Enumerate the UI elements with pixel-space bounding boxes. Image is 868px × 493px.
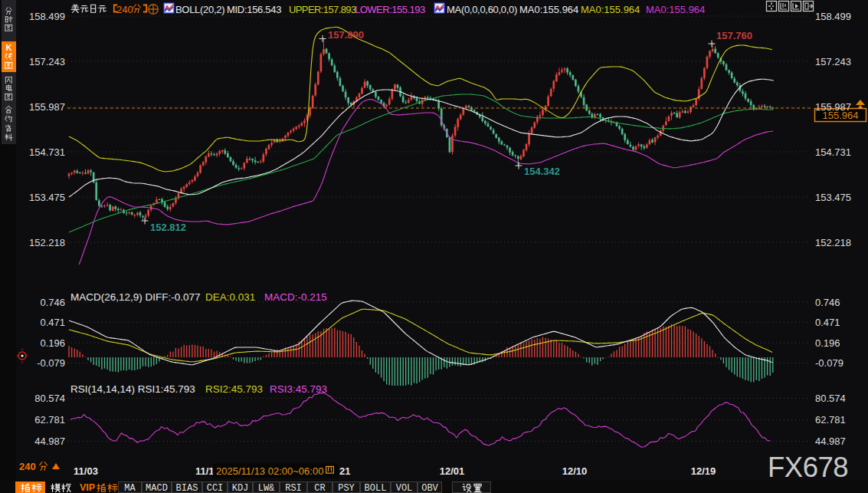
svg-text:21: 21 [339, 465, 350, 477]
svg-text:MACD:-0.215: MACD:-0.215 [264, 291, 327, 303]
svg-text:0.196: 0.196 [815, 337, 840, 349]
svg-text:158.499: 158.499 [815, 11, 851, 22]
svg-text:UPPER:157.893: UPPER:157.893 [289, 4, 356, 15]
svg-text:-0.079: -0.079 [37, 357, 65, 369]
svg-text:MA0:155.964: MA0:155.964 [519, 4, 578, 15]
svg-text:152.218: 152.218 [29, 237, 65, 248]
svg-text:MA(0,0,0,60,0,0): MA(0,0,0,60,0,0) [447, 4, 517, 15]
svg-text:153.475: 153.475 [815, 192, 851, 203]
svg-text:MA0:155.964: MA0:155.964 [581, 4, 640, 15]
svg-text:CR: CR [314, 483, 325, 493]
svg-text:154.731: 154.731 [29, 146, 65, 158]
svg-text:240: 240 [19, 461, 36, 472]
svg-text:153.475: 153.475 [29, 192, 65, 203]
svg-text:44.987: 44.987 [34, 435, 65, 447]
svg-text:62.781: 62.781 [34, 414, 65, 426]
svg-text:FX678: FX678 [768, 452, 848, 483]
svg-text:RSI2:45.793: RSI2:45.793 [205, 383, 263, 395]
svg-text:OBV: OBV [421, 483, 438, 493]
svg-text:DEA:0.031: DEA:0.031 [205, 291, 255, 303]
svg-text:RSI3:45.793: RSI3:45.793 [270, 383, 327, 395]
svg-text:0.196: 0.196 [40, 337, 65, 349]
svg-text:2025/11/13 02:00~06:00: 2025/11/13 02:00~06:00 [216, 465, 323, 477]
svg-text:VOL: VOL [396, 483, 413, 493]
svg-text:PSY: PSY [338, 483, 355, 493]
svg-text:157.890: 157.890 [328, 29, 364, 41]
svg-text:0.746: 0.746 [815, 297, 840, 308]
svg-text:157.243: 157.243 [815, 56, 851, 67]
svg-text:VIP: VIP [80, 482, 95, 493]
svg-text:MA: MA [124, 483, 136, 493]
svg-text:157.760: 157.760 [716, 30, 752, 41]
svg-text:MACD: MACD [146, 483, 168, 493]
svg-text:CCI: CCI [207, 483, 224, 493]
svg-text:12/01: 12/01 [440, 465, 465, 477]
svg-text:LW&: LW& [258, 483, 275, 493]
svg-text:155.987: 155.987 [29, 101, 65, 113]
svg-text:-0.079: -0.079 [815, 357, 843, 369]
svg-text:MID:156.543: MID:156.543 [227, 4, 281, 15]
svg-text:KDJ: KDJ [232, 483, 249, 493]
svg-text:152.812: 152.812 [150, 222, 186, 233]
svg-text:12/10: 12/10 [562, 465, 588, 477]
svg-text:LOWER:155.193: LOWER:155.193 [355, 4, 425, 15]
svg-text:154.731: 154.731 [815, 146, 851, 158]
svg-text:80.574: 80.574 [815, 393, 846, 404]
svg-text:0.746: 0.746 [40, 297, 65, 308]
svg-text:152.218: 152.218 [815, 237, 851, 248]
svg-text:11/03: 11/03 [74, 465, 98, 477]
svg-text:BOLL: BOLL [365, 483, 387, 493]
svg-text:0.471: 0.471 [815, 317, 840, 328]
svg-text:BOLL(20,2): BOLL(20,2) [175, 4, 224, 15]
svg-text:44.987: 44.987 [815, 435, 846, 447]
svg-text:80.574: 80.574 [34, 393, 65, 404]
svg-text:K: K [6, 43, 12, 52]
svg-text:62.781: 62.781 [815, 414, 846, 426]
svg-text:MACD(26,12,9) DIFF:-0.077: MACD(26,12,9) DIFF:-0.077 [70, 291, 201, 303]
svg-text:155.987: 155.987 [815, 101, 851, 113]
svg-text:11/1: 11/1 [195, 465, 215, 477]
svg-text:0.471: 0.471 [40, 317, 65, 328]
svg-text:157.243: 157.243 [29, 56, 65, 67]
svg-text:RSI: RSI [285, 483, 302, 493]
svg-text:240: 240 [116, 4, 133, 15]
svg-text:12/19: 12/19 [691, 465, 716, 477]
svg-text:MA0:155.964: MA0:155.964 [646, 4, 705, 15]
svg-text:RSI(14,14,14) RSI1:45.793: RSI(14,14,14) RSI1:45.793 [70, 383, 195, 395]
svg-text:158.499: 158.499 [29, 11, 65, 22]
svg-text:154.342: 154.342 [524, 166, 560, 177]
svg-text:BIAS: BIAS [176, 483, 198, 493]
